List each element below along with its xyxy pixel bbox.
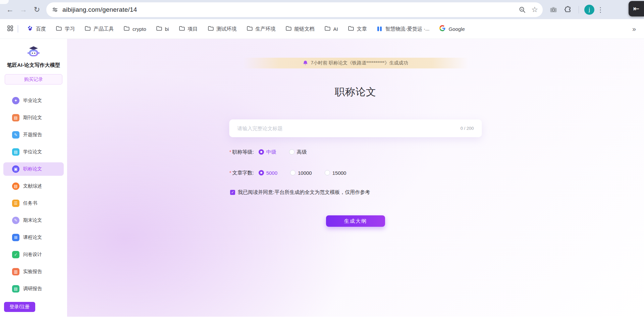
radio-option-1-1[interactable]: 10000 xyxy=(290,170,312,176)
site-settings-icon[interactable] xyxy=(52,6,58,13)
reload-icon[interactable]: ↻ xyxy=(30,3,44,16)
form-field-1: * 文章字数: 5000 10000 15000 xyxy=(229,169,359,176)
bookmark-item-12[interactable]: Google xyxy=(434,23,470,35)
field-label: 职称等级: xyxy=(232,149,254,155)
literature-doc-icon: ▤ xyxy=(12,182,19,190)
extensions-icon[interactable] xyxy=(564,6,572,13)
agreement-row: ✓ 我已阅读并同意:平台所生成的全文为范文模板，仅用作参考 xyxy=(230,189,370,196)
folder-icon xyxy=(208,26,214,32)
sidebar-item-9[interactable]: ✓ 问卷设计 xyxy=(3,248,64,261)
required-asterisk: * xyxy=(229,170,231,175)
avatar[interactable]: j xyxy=(584,5,594,15)
main-content: 7小时前 职称论文《铁路道**********》生成成功 职称论文 0 / 20… xyxy=(67,39,644,317)
url-bar[interactable]: aibijiang.com/generate/14 ☆ xyxy=(46,2,543,17)
bookmark-item-9[interactable]: AI xyxy=(320,24,343,34)
bookmark-item-6[interactable]: 测试环境 xyxy=(203,24,242,34)
bookmark-item-11[interactable]: 智慧物流-爱货运 ·... xyxy=(372,24,435,34)
site-icon xyxy=(377,26,382,32)
char-counter: 0 / 200 xyxy=(461,126,474,131)
radio-icon xyxy=(259,170,264,175)
app-title: 笔匠AI-论文写作大模型 xyxy=(0,62,67,68)
sidebar-item-5[interactable]: ▤ 文献综述 xyxy=(3,179,64,193)
field-label: 文章字数: xyxy=(232,170,254,176)
app-logo-robot-icon xyxy=(0,39,67,59)
collapse-left-icon: ⇤ xyxy=(633,4,639,13)
bookmarks-overflow-icon[interactable]: » xyxy=(629,25,639,33)
radio-option-1-2[interactable]: 15000 xyxy=(325,170,346,176)
camera-icon[interactable] xyxy=(549,6,557,14)
bookmark-item-8[interactable]: 能链文档 xyxy=(281,24,320,34)
agreement-checkbox[interactable]: ✓ xyxy=(230,190,235,195)
sidebar-toggle-overlay[interactable]: ⇤ xyxy=(629,1,644,16)
required-asterisk: * xyxy=(229,149,231,155)
radio-icon xyxy=(259,149,264,155)
radio-icon xyxy=(289,149,294,155)
sidebar-item-7[interactable]: ✎ 期末论文 xyxy=(3,214,64,227)
sidebar-item-4[interactable]: ▣ 职称论文 xyxy=(3,162,64,176)
folder-icon xyxy=(156,26,162,32)
radio-option-0-1[interactable]: 高级 xyxy=(289,149,307,155)
sidebar: 笔匠AI-论文写作大模型 购买记录 ✦ 毕业论文 ▤ 期刊论文 ✎ 开题报告 ▤… xyxy=(0,39,67,317)
bookmark-star-icon[interactable]: ☆ xyxy=(531,5,538,14)
sidebar-item-11[interactable]: ▤ 调研报告 xyxy=(3,282,64,296)
folder-icon xyxy=(286,26,291,32)
sidebar-item-0[interactable]: ✦ 毕业论文 xyxy=(3,94,64,107)
bookmark-item-3[interactable]: crypto xyxy=(119,24,151,34)
bookmark-item-2[interactable]: 产品工具 xyxy=(80,24,119,34)
bookmarks-list: 百度 学习 产品工具 crypto bi 项目 测试环境 xyxy=(22,23,629,35)
sidebar-item-10[interactable]: ▥ 实验报告 xyxy=(3,265,64,278)
folder-icon xyxy=(56,26,62,32)
bell-icon xyxy=(303,60,308,66)
generate-outline-button[interactable]: 生成大纲 xyxy=(326,215,385,227)
bookmarks-separator xyxy=(18,25,18,33)
google-icon xyxy=(439,25,445,33)
research-report-icon: ▤ xyxy=(12,285,19,293)
purchase-history-button[interactable]: 购买记录 xyxy=(5,74,62,85)
page-title: 职称论文 xyxy=(67,85,644,99)
notification-banner[interactable]: 7小时前 职称论文《铁路道**********》生成成功 xyxy=(243,58,468,68)
sidebar-item-3[interactable]: ▤ 学位论文 xyxy=(3,145,64,159)
notification-text: 7小时前 职称论文《铁路道**********》生成成功 xyxy=(311,60,408,66)
bookmark-item-1[interactable]: 学习 xyxy=(51,24,80,34)
browser-menu-icon[interactable]: ⋮ xyxy=(596,6,604,14)
folder-icon xyxy=(348,26,354,32)
bookmark-item-0[interactable]: 百度 xyxy=(22,23,51,35)
browser-toolbar: ← → ↻ aibijiang.com/generate/14 ☆ xyxy=(0,0,644,19)
title-doc-icon: ▣ xyxy=(12,165,19,173)
bookmark-item-4[interactable]: bi xyxy=(151,24,174,34)
folder-icon xyxy=(179,26,185,32)
journal-book-icon: ▤ xyxy=(12,114,19,121)
sidebar-item-6[interactable]: ☰ 任务书 xyxy=(3,197,64,210)
pencil-doc-icon: ✎ xyxy=(12,131,19,139)
sidebar-item-1[interactable]: ▤ 期刊论文 xyxy=(3,111,64,124)
login-register-button[interactable]: 登录/注册 xyxy=(4,302,35,312)
toolbar-separator xyxy=(579,6,579,13)
degree-doc-icon: ▤ xyxy=(12,148,19,156)
forward-icon[interactable]: → xyxy=(17,3,30,16)
apps-grid-icon[interactable] xyxy=(7,25,13,33)
radio-option-1-0[interactable]: 5000 xyxy=(259,170,277,176)
folder-icon xyxy=(85,26,91,32)
zoom-icon[interactable] xyxy=(519,6,526,13)
paper-title-input[interactable] xyxy=(237,125,456,131)
sidebar-item-2[interactable]: ✎ 开题报告 xyxy=(3,128,64,142)
bookmark-item-7[interactable]: 生产环境 xyxy=(242,24,281,34)
form-field-0: * 职称等级: 中级 高级 xyxy=(229,148,320,156)
bookmarks-bar: 百度 学习 产品工具 crypto bi 项目 测试环境 xyxy=(0,19,644,39)
final-paper-icon: ✎ xyxy=(12,217,19,224)
folder-icon xyxy=(247,26,253,32)
folder-icon xyxy=(124,26,129,32)
sidebar-menu: ✦ 毕业论文 ▤ 期刊论文 ✎ 开题报告 ▤ 学位论文 ▣ 职称论文 ▤ 文献综… xyxy=(0,94,67,296)
paper-title-card: 0 / 200 xyxy=(229,119,482,137)
bookmark-item-5[interactable]: 项目 xyxy=(174,24,203,34)
graduation-cap-icon: ✦ xyxy=(12,97,19,104)
sidebar-item-8[interactable]: ⊞ 课程论文 xyxy=(3,231,64,244)
radio-option-0-0[interactable]: 中级 xyxy=(259,149,276,155)
agreement-text: 我已阅读并同意:平台所生成的全文为范文模板，仅用作参考 xyxy=(238,189,370,196)
back-icon[interactable]: ← xyxy=(3,3,17,16)
experiment-report-icon: ▥ xyxy=(12,268,19,275)
course-grid-icon: ⊞ xyxy=(12,234,19,241)
bookmark-item-10[interactable]: 文章 xyxy=(343,24,372,34)
baidu-icon xyxy=(27,25,33,33)
url-text[interactable]: aibijiang.com/generate/14 xyxy=(62,6,519,13)
